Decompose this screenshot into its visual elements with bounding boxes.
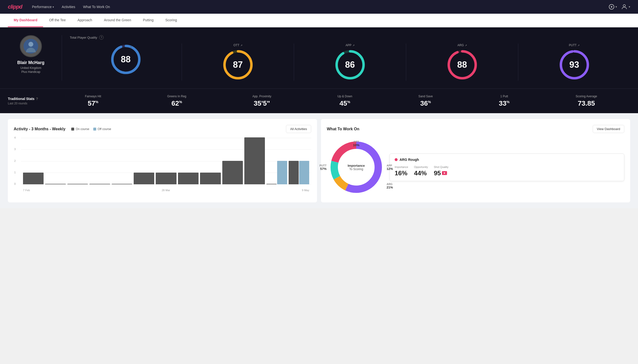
nav-what-to-work-on[interactable]: What To Work On (83, 5, 110, 9)
add-button[interactable]: ▾ (609, 4, 617, 10)
svg-point-5 (28, 42, 33, 47)
putt-arrow-icon: ↗ (577, 44, 579, 47)
bar-offcourse-13 (299, 161, 309, 184)
x-label-feb: 7 Feb (23, 189, 30, 192)
bar-group-3 (67, 184, 88, 184)
bar-oncourse-3 (67, 184, 88, 184)
down-arrow-badge: ▼ (442, 171, 447, 175)
hero-section: Blair McHarg United Kingdom Plus Handica… (0, 28, 638, 88)
bar-group-2 (45, 184, 66, 184)
view-dashboard-button[interactable]: View Dashboard (593, 125, 624, 133)
ott-ring: 87 (222, 49, 254, 81)
bar-oncourse-7 (156, 172, 176, 184)
player-name: Blair McHarg (17, 60, 44, 65)
stat-gir: Greens In Reg 62% (167, 94, 186, 107)
tab-bar: My Dashboard Off the Tee Approach Around… (0, 14, 638, 28)
app-score: 86 (345, 60, 355, 70)
bar-group-10 (222, 161, 243, 184)
donut-label-app: APP 12% (386, 164, 393, 171)
player-info: Blair McHarg United Kingdom Plus Handica… (8, 35, 62, 81)
main-score: 88 (121, 54, 130, 64)
wtwo-panel-header: What To Work On View Dashboard (327, 125, 624, 133)
bar-oncourse-10 (222, 161, 243, 184)
bottom-panels: Activity - 3 Months - Weekly On course O… (0, 113, 638, 208)
ott-arrow-icon: ↗ (241, 44, 242, 47)
score-app: APP ↗ 86 (294, 44, 406, 81)
chevron-down-icon: ▾ (615, 5, 617, 8)
wtwo-title: What To Work On (327, 127, 359, 131)
traditional-stats: Traditional Stats ? Last 20 rounds Fairw… (0, 88, 638, 113)
chart-legend: On course Off course (71, 127, 111, 131)
help-icon[interactable]: ? (99, 35, 104, 40)
activity-chart: 4 3 2 1 0 (14, 138, 311, 192)
stat-updown: Up & Down 45% (337, 94, 352, 107)
bar-group-4 (89, 184, 110, 184)
donut-label-arg: ARG 21% (386, 182, 393, 189)
logo: clippd (8, 4, 22, 10)
all-activities-button[interactable]: All Activities (286, 125, 311, 133)
tab-around-the-green[interactable]: Around the Green (98, 14, 137, 27)
x-label-may: 9 May (302, 189, 309, 192)
donut-label-putt: PUTT 57% (319, 164, 327, 171)
tab-off-the-tee[interactable]: Off the Tee (43, 14, 72, 27)
ott-label: OTT ↗ (234, 44, 242, 47)
trad-help-icon[interactable]: ? (36, 97, 38, 101)
bars-container (21, 138, 311, 184)
bar-oncourse-2 (45, 184, 66, 184)
x-label-mar: 28 Mar (162, 189, 170, 192)
bar-oncourse-4 (89, 184, 110, 184)
chevron-down-icon: ▾ (53, 6, 54, 8)
nav-performance[interactable]: Performance ▾ (32, 5, 54, 9)
score-main: 88 (70, 44, 182, 81)
nav-right: ▾ ▾ (609, 4, 630, 10)
tab-my-dashboard[interactable]: My Dashboard (8, 14, 43, 27)
nav-activities[interactable]: Activities (62, 5, 75, 9)
detail-shot-quality: Shot Quality 95 ▼ (434, 166, 449, 177)
detail-opportunity: Opportunity 44% (414, 166, 428, 177)
putt-ring: 93 (558, 49, 590, 81)
app-arrow-icon: ↗ (353, 44, 354, 47)
activity-panel-header: Activity - 3 Months - Weekly On course O… (14, 125, 311, 133)
bar-group-5 (112, 184, 132, 184)
arg-ring: 88 (446, 49, 478, 81)
activity-panel: Activity - 3 Months - Weekly On course O… (8, 119, 317, 202)
donut-center-text: Importance To Scoring (348, 164, 365, 171)
legend-offcourse: Off course (93, 127, 111, 131)
bar-group-12 (266, 161, 287, 184)
nav-items: Performance ▾ Activities What To Work On (32, 5, 110, 9)
bar-group-9 (200, 172, 221, 184)
legend-oncourse: On course (71, 127, 89, 131)
tab-putting[interactable]: Putting (137, 14, 160, 27)
bar-group-1 (23, 172, 44, 184)
tab-approach[interactable]: Approach (72, 14, 98, 27)
app-ring: 86 (334, 49, 366, 81)
score-arg: ARG ↗ 88 (406, 44, 518, 81)
detail-card-title: ARG Rough (395, 158, 619, 162)
stat-sandsave: Sand Save 36% (418, 94, 433, 107)
oncourse-legend-dot (71, 128, 74, 130)
bar-oncourse-1 (23, 172, 44, 184)
stat-proximity: App. Proximity 35'5" (252, 94, 271, 107)
score-cards: 88 OTT ↗ 87 AP (70, 44, 630, 81)
bar-group-11 (244, 138, 265, 184)
trad-stats-subtitle: Last 20 rounds (8, 102, 52, 105)
detail-importance: Importance 16% (395, 166, 408, 177)
tpq-label: Total Player Quality ? (70, 35, 630, 40)
main-ring: 88 (110, 44, 142, 75)
putt-label: PUTT ↗ (569, 44, 579, 47)
detail-dot (395, 158, 397, 161)
bar-offcourse-12 (277, 161, 287, 184)
bar-oncourse-8 (178, 172, 198, 184)
user-menu[interactable]: ▾ (621, 4, 630, 10)
chevron-down-icon: ▾ (629, 5, 630, 8)
bar-group-13 (289, 161, 309, 184)
top-navigation: clippd Performance ▾ Activities What To … (0, 0, 638, 14)
bar-oncourse-5 (112, 184, 132, 184)
arg-score: 88 (457, 60, 467, 70)
x-labels: 7 Feb 28 Mar 9 May (21, 189, 311, 192)
app-label: APP ↗ (345, 44, 354, 47)
score-putt: PUTT ↗ 93 (518, 44, 630, 81)
tab-scoring[interactable]: Scoring (159, 14, 183, 27)
arg-arrow-icon: ↗ (465, 44, 467, 47)
player-country: United Kingdom (20, 66, 41, 70)
